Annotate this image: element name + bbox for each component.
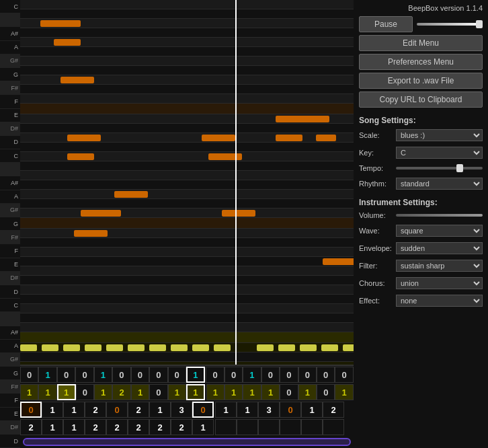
sequencer[interactable]: 0 1 0 0 1 0 0 0 0 1 0 0 1 0 0 0 (20, 365, 354, 436)
seq-cell[interactable] (280, 419, 301, 435)
instrument-volume-slider[interactable] (396, 214, 483, 217)
track-row[interactable] (20, 180, 354, 190)
seq-cell[interactable]: 2 (171, 419, 192, 435)
seq-cell[interactable]: 1 (42, 402, 63, 418)
track-row[interactable] (20, 85, 354, 94)
track-row[interactable] (20, 47, 354, 57)
seq-cell[interactable]: 1 (186, 367, 205, 383)
track-row[interactable] (20, 9, 354, 19)
track-row[interactable] (20, 257, 354, 266)
track-row[interactable] (20, 57, 354, 66)
track-row[interactable] (20, 190, 354, 199)
copy-url-button[interactable]: Copy URL to Clipboard (359, 91, 483, 108)
seq-cell[interactable]: 0 (280, 367, 298, 383)
seq-cell[interactable]: 3 (171, 402, 192, 418)
seq-cell[interactable]: 0 (20, 367, 38, 383)
seq-cell[interactable]: 2 (85, 402, 106, 418)
track-row[interactable] (20, 161, 354, 171)
seq-cell[interactable]: 1 (243, 384, 261, 400)
seq-cell[interactable]: 1 (335, 384, 353, 400)
seq-cell[interactable]: 2 (323, 402, 344, 418)
effect-select[interactable]: none vibrato light vibrato delayed vibra… (396, 295, 483, 307)
seq-cell[interactable]: 0 (149, 384, 167, 400)
rhythm-select[interactable]: standard triplet swing (396, 178, 483, 190)
track-row-drum[interactable] (20, 352, 354, 362)
seq-cell[interactable]: 1 (225, 384, 243, 400)
volume-slider-top[interactable] (417, 23, 483, 26)
seq-cell[interactable]: 0 (280, 402, 301, 418)
pause-button[interactable]: Pause (359, 16, 413, 32)
seq-cell[interactable]: 1 (94, 367, 112, 383)
seq-cell[interactable]: 1 (42, 419, 63, 435)
track-row-divider[interactable] (20, 104, 354, 114)
seq-cell[interactable]: 0 (149, 367, 167, 383)
track-row[interactable] (20, 114, 354, 124)
track-row[interactable] (20, 94, 354, 104)
key-select[interactable]: CC#DD# EFF#G (396, 147, 483, 159)
track-row-drum[interactable] (20, 362, 354, 365)
track-row[interactable] (20, 295, 354, 304)
seq-cell[interactable]: 1 (131, 384, 149, 400)
seq-cell[interactable]: 1 (168, 384, 186, 400)
track-row-divider[interactable] (20, 218, 354, 229)
seq-cell[interactable]: 2 (85, 419, 106, 435)
seq-cell[interactable]: 0 (317, 384, 335, 400)
track-row[interactable] (20, 285, 354, 295)
seq-cell[interactable]: 0 (76, 384, 94, 400)
track-grid[interactable] (20, 0, 354, 365)
tempo-slider[interactable] (396, 167, 483, 170)
seq-cell[interactable] (215, 419, 237, 435)
filter-select[interactable]: sustain sharp sustain medium sustain sof… (396, 260, 483, 272)
seq-cell[interactable]: 1 (149, 402, 171, 418)
envelope-select[interactable]: sudden slow fade flare 1 (396, 242, 483, 254)
seq-cell[interactable]: 0 (20, 402, 42, 418)
seq-cell[interactable]: 0 (261, 367, 280, 383)
track-row[interactable] (20, 323, 354, 332)
seq-cell[interactable]: 1 (20, 384, 38, 400)
track-row[interactable] (20, 66, 354, 75)
seq-cell[interactable] (323, 419, 344, 435)
scale-select[interactable]: blues :) easy :) island :) jazz :) (396, 129, 483, 141)
seq-cell[interactable]: 1 (237, 402, 258, 418)
track-row[interactable] (20, 199, 354, 209)
seq-cell[interactable]: 2 (20, 419, 42, 435)
seq-cell[interactable]: 0 (57, 367, 75, 383)
seq-cell[interactable]: 3 (258, 402, 280, 418)
track-row[interactable] (20, 238, 354, 248)
seq-cell[interactable]: 0 (75, 367, 93, 383)
wave-select[interactable]: square triangle sawtooth ramp (396, 225, 483, 237)
seq-cell[interactable]: 1 (186, 384, 205, 400)
track-row[interactable] (20, 313, 354, 323)
seq-cell[interactable]: 1 (298, 384, 317, 400)
progress-bar-container[interactable] (20, 436, 354, 448)
seq-cell[interactable]: 0 (112, 367, 130, 383)
seq-cell[interactable]: 2 (149, 419, 171, 435)
progress-bar[interactable] (23, 438, 351, 446)
track-row[interactable] (20, 143, 354, 152)
seq-cell[interactable]: 1 (57, 384, 76, 400)
edit-menu-button[interactable]: Edit Menu (359, 35, 483, 51)
seq-cell[interactable]: 2 (128, 402, 149, 418)
seq-cell[interactable] (258, 419, 280, 435)
track-row[interactable] (20, 276, 354, 285)
seq-cell[interactable]: 1 (38, 367, 56, 383)
track-row[interactable] (20, 19, 354, 28)
track-row[interactable] (20, 152, 354, 161)
seq-cell[interactable]: 1 (94, 384, 112, 400)
seq-cell[interactable]: 0 (192, 402, 214, 418)
track-row[interactable] (20, 75, 354, 85)
seq-cell[interactable]: 0 (280, 384, 298, 400)
track-row[interactable] (20, 0, 354, 9)
seq-cell[interactable]: 2 (128, 419, 149, 435)
chorus-select[interactable]: union shimmer 1 shimmer 2 hum (396, 277, 483, 289)
seq-cell[interactable]: 0 (106, 402, 128, 418)
seq-cell[interactable]: 0 (131, 367, 149, 383)
seq-cell[interactable]: 1 (38, 384, 56, 400)
seq-cell[interactable]: 0 (206, 367, 224, 383)
seq-cell[interactable]: 1 (63, 402, 85, 418)
seq-cell[interactable]: 2 (112, 384, 130, 400)
seq-cell[interactable] (301, 419, 323, 435)
seq-cell[interactable]: 1 (261, 384, 280, 400)
track-row-drum[interactable] (20, 343, 354, 352)
export-wav-button[interactable]: Export to .wav File (359, 73, 483, 89)
